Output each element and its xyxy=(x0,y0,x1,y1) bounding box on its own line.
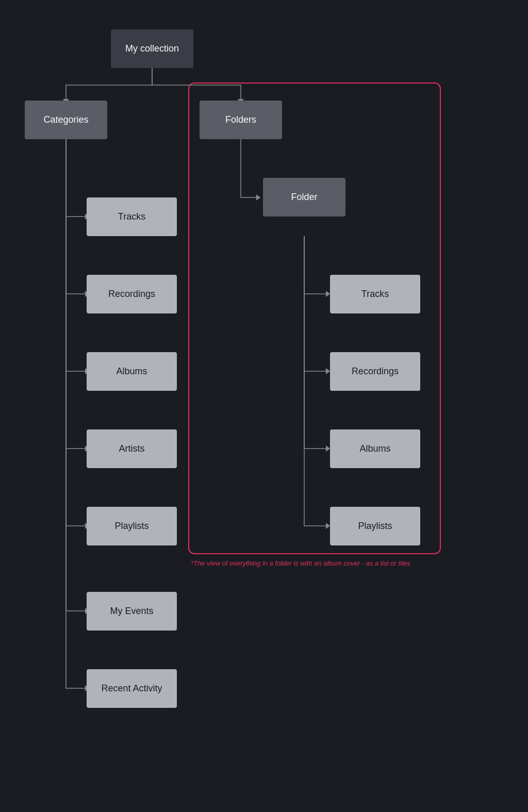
diagram: *The view of everything in a folder is w… xyxy=(0,0,528,812)
node-cat-playlists: Playlists xyxy=(87,507,177,545)
node-cat-albums-label: Albums xyxy=(116,366,147,377)
node-folders: Folders xyxy=(200,101,282,139)
node-fold-albums-label: Albums xyxy=(359,443,390,454)
node-cat-my-events-label: My Events xyxy=(110,606,153,617)
node-cat-tracks-label: Tracks xyxy=(118,211,145,222)
node-cat-playlists-label: Playlists xyxy=(114,521,148,532)
node-fold-tracks: Tracks xyxy=(330,275,420,313)
node-root: My collection xyxy=(111,29,193,68)
node-categories-label: Categories xyxy=(43,114,88,125)
node-fold-recordings: Recordings xyxy=(330,352,420,391)
node-fold-playlists-label: Playlists xyxy=(358,521,392,532)
node-cat-recordings-label: Recordings xyxy=(108,289,155,300)
folders-group-border xyxy=(188,82,441,554)
node-root-label: My collection xyxy=(125,43,179,54)
node-folders-label: Folders xyxy=(225,114,256,125)
node-fold-albums: Albums xyxy=(330,429,420,468)
node-cat-recent-label: Recent Activity xyxy=(101,683,162,694)
node-folder-item-label: Folder xyxy=(291,192,317,203)
node-cat-tracks: Tracks xyxy=(87,197,177,236)
node-cat-albums: Albums xyxy=(87,352,177,391)
node-cat-recordings: Recordings xyxy=(87,275,177,313)
node-fold-tracks-label: Tracks xyxy=(361,289,389,300)
folders-note: *The view of everything in a folder is w… xyxy=(191,559,410,567)
node-categories: Categories xyxy=(25,101,107,139)
node-fold-playlists: Playlists xyxy=(330,507,420,545)
node-folder-item: Folder xyxy=(263,178,345,217)
node-cat-artists-label: Artists xyxy=(119,443,144,454)
node-cat-my-events: My Events xyxy=(87,592,177,631)
node-cat-recent-activity: Recent Activity xyxy=(87,669,177,708)
node-fold-recordings-label: Recordings xyxy=(352,366,399,377)
node-cat-artists: Artists xyxy=(87,429,177,468)
